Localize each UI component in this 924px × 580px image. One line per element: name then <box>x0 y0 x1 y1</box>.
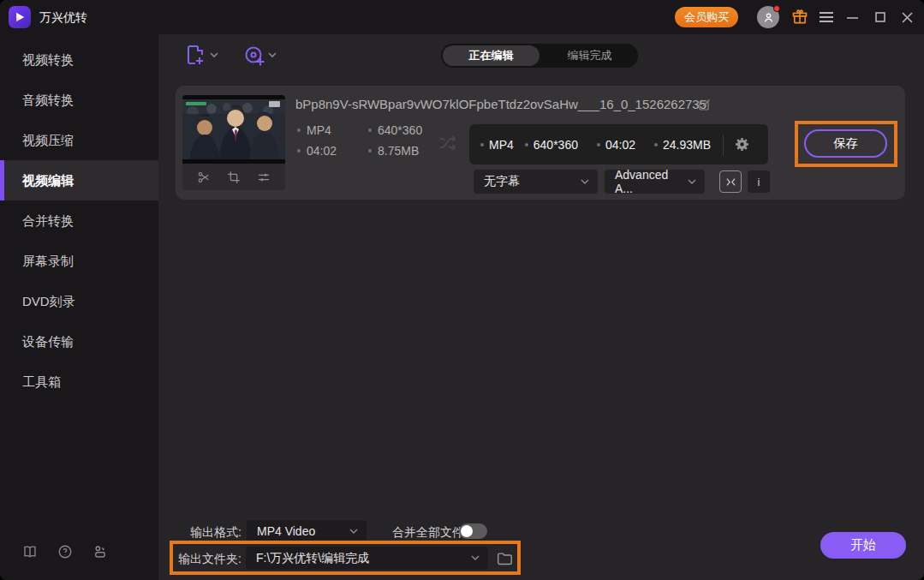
member-purchase-button[interactable]: 会员购买 <box>675 7 738 27</box>
minimize-button[interactable] <box>844 0 860 34</box>
gift-icon[interactable] <box>790 0 810 34</box>
app-window: 万兴优转 会员购买 <box>0 0 924 580</box>
app-logo-icon <box>9 6 31 28</box>
help-icon[interactable] <box>57 544 73 559</box>
open-folder-icon[interactable] <box>497 551 513 565</box>
video-thumbnail[interactable] <box>182 95 285 190</box>
toggle-knob <box>461 525 473 537</box>
audio-select[interactable]: Advanced A... <box>605 170 705 194</box>
file-card: bPp8n9V-sRWBpar9vWO7klOFpbeTtdz2ovSaHw__… <box>176 86 905 200</box>
add-file-dropdown-chevron-icon[interactable] <box>210 52 218 58</box>
thumbnail-image <box>182 95 285 164</box>
sidebar: 视频转换 音频转换 视频压缩 视频编辑 合并转换 屏幕录制 DVD刻录 设备传输… <box>0 34 158 580</box>
chevron-down-icon <box>471 555 480 561</box>
target-resolution: 640*360 <box>525 138 578 152</box>
add-disc-dropdown-chevron-icon[interactable] <box>268 52 277 58</box>
sidebar-item-device-transfer[interactable]: 设备传输 <box>0 321 158 362</box>
tab-finished[interactable]: 编辑完成 <box>541 45 638 66</box>
divider <box>723 135 724 155</box>
output-format-label: 输出格式: <box>190 525 241 541</box>
target-size: 24.93MB <box>654 138 711 152</box>
bullet <box>368 129 372 132</box>
output-folder-select[interactable]: F:\万兴优转\编辑完成 <box>246 547 488 570</box>
start-button[interactable]: 开始 <box>820 532 906 559</box>
crop-icon[interactable] <box>227 170 241 184</box>
chevron-down-icon <box>688 179 696 185</box>
output-format-select[interactable]: MP4 Video <box>247 520 367 542</box>
trim-scissors-icon[interactable] <box>197 170 211 184</box>
sidebar-item-screen-record[interactable]: 屏幕录制 <box>0 241 158 281</box>
sidebar-item-dvd-burn[interactable]: DVD刻录 <box>0 281 158 321</box>
bullet <box>368 149 372 152</box>
sidebar-footer <box>0 544 158 559</box>
gear-icon[interactable] <box>734 136 750 152</box>
bullet <box>297 149 301 152</box>
sidebar-item-toolbox[interactable]: 工具箱 <box>0 362 158 402</box>
output-folder-label: 输出文件夹: <box>178 552 241 567</box>
sidebar-item-video-convert[interactable]: 视频转换 <box>0 39 158 80</box>
merge-all-label: 合并全部文件 <box>392 525 464 541</box>
merge-toggle[interactable] <box>459 523 487 539</box>
sidebar-item-video-compress[interactable]: 视频压缩 <box>0 120 158 160</box>
source-size: 8.75MB <box>368 144 419 158</box>
guide-book-icon[interactable] <box>22 544 38 559</box>
chevron-down-icon <box>581 179 589 185</box>
output-settings-panel[interactable]: MP4 640*360 04:02 24.93MB <box>469 124 768 164</box>
tab-editing[interactable]: 正在编辑 <box>443 45 539 66</box>
thumbnail-toolbar <box>182 164 285 190</box>
rename-edit-icon[interactable] <box>698 98 712 111</box>
source-resolution: 640*360 <box>368 123 422 137</box>
target-format: MP4 <box>480 138 514 152</box>
add-file-button[interactable] <box>185 44 206 68</box>
convert-shuffle-icon <box>437 134 459 152</box>
notification-dot <box>773 5 780 12</box>
app-title: 万兴优转 <box>39 0 87 34</box>
target-duration: 04:02 <box>597 138 635 152</box>
source-duration: 04:02 <box>297 144 337 158</box>
bullet <box>297 129 301 132</box>
save-button[interactable]: 保存 <box>804 129 887 158</box>
file-name: bPp8n9V-sRWBpar9vWO7klOFpbeTtdz2ovSaHw__… <box>295 97 691 111</box>
sidebar-item-audio-convert[interactable]: 音频转换 <box>0 80 158 120</box>
chevron-down-icon <box>349 529 358 535</box>
contact-icon[interactable] <box>92 544 108 559</box>
effects-sliders-icon[interactable] <box>257 170 271 184</box>
collapse-arrows-icon[interactable] <box>719 170 742 193</box>
status-tabs: 正在编辑 编辑完成 <box>441 44 638 68</box>
info-button[interactable]: i <box>748 170 770 193</box>
add-disc-button[interactable] <box>243 45 265 67</box>
source-format: MP4 <box>297 123 331 137</box>
avatar[interactable] <box>757 6 779 28</box>
titlebar: 万兴优转 会员购买 <box>0 0 924 34</box>
person-icon <box>762 11 775 24</box>
close-button[interactable] <box>899 0 915 34</box>
sidebar-item-merge-convert[interactable]: 合并转换 <box>0 200 158 241</box>
maximize-button[interactable] <box>873 0 888 34</box>
subtitle-select[interactable]: 无字幕 <box>474 170 598 194</box>
sidebar-item-video-edit[interactable]: 视频编辑 <box>0 160 158 200</box>
menu-icon[interactable] <box>817 0 836 34</box>
